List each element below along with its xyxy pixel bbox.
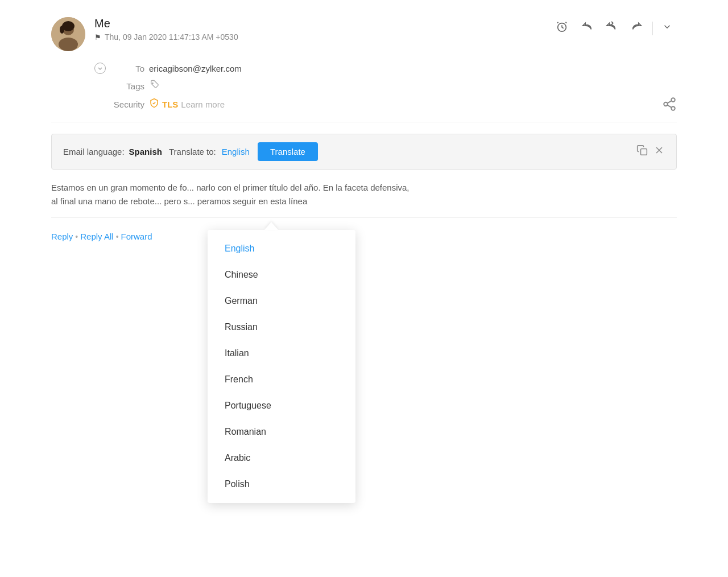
to-label: To [110, 64, 144, 73]
svg-rect-10 [641, 149, 647, 155]
svg-point-8 [664, 102, 668, 106]
reply-all-icon [606, 20, 618, 36]
svg-point-7 [671, 98, 675, 102]
sender-details: Me ⚑ Thu, 09 Jan 2020 11:47:13 AM +0530 [94, 17, 238, 42]
alarm-button[interactable] [551, 17, 573, 39]
security-label: Security [110, 100, 144, 109]
learn-more-link[interactable]: Learn more [181, 100, 225, 109]
separator-dot-2: • [116, 232, 119, 241]
reply-row: Reply • Reply All • Forward [51, 227, 677, 246]
header-divider [51, 122, 677, 122]
expand-button[interactable] [94, 63, 106, 74]
tag-icon [149, 80, 159, 92]
more-button[interactable] [657, 18, 677, 38]
language-option-de[interactable]: German [208, 288, 355, 314]
forward-link[interactable]: Forward [121, 232, 152, 241]
flag-icon: ⚑ [94, 33, 101, 42]
language-option-fr[interactable]: French [208, 366, 355, 393]
sender-info: Me ⚑ Thu, 09 Jan 2020 11:47:13 AM +0530 [51, 17, 238, 51]
alarm-icon [556, 20, 568, 36]
language-option-zh[interactable]: Chinese [208, 262, 355, 288]
email-header: Me ⚑ Thu, 09 Jan 2020 11:47:13 AM +0530 [51, 17, 677, 51]
email-body: Estamos en un gran momento de fo... narl… [51, 170, 677, 218]
shield-icon [149, 98, 159, 110]
email-language-label: Email language: [63, 147, 125, 156]
language-option-en[interactable]: English [208, 236, 355, 262]
language-option-it[interactable]: Italian [208, 340, 355, 366]
translate-button[interactable]: Translate [258, 142, 318, 161]
reply-all-button[interactable] [601, 17, 623, 39]
tags-row: Tags [94, 80, 677, 92]
email-body-text-2: al final una mano de rebote... pero s...… [51, 195, 677, 208]
separator-dot-1: • [75, 232, 78, 241]
language-option-pl[interactable]: Polish [208, 471, 355, 497]
svg-point-6 [152, 83, 154, 84]
target-language-selector[interactable]: English [222, 147, 250, 156]
language-dropdown[interactable]: EnglishChineseGermanRussianItalianFrench… [208, 222, 355, 503]
tls-badge: TLS Learn more [149, 98, 225, 110]
sender-name: Me [94, 17, 238, 30]
chevron-down-icon [662, 22, 672, 35]
meta-rows: To ericagibson@zylker.com Tags Security [94, 63, 677, 110]
email-toolbar [551, 17, 677, 39]
to-address: ericagibson@zylker.com [149, 64, 242, 73]
reply-link[interactable]: Reply [51, 232, 73, 241]
tags-label: Tags [110, 81, 144, 91]
copy-button[interactable] [636, 145, 648, 159]
svg-point-9 [671, 106, 675, 110]
tls-text: TLS [162, 100, 178, 109]
forward-icon [631, 20, 643, 36]
source-language: Spanish [129, 147, 162, 156]
dropdown-menu: EnglishChineseGermanRussianItalianFrench… [208, 230, 355, 503]
reply-button[interactable] [576, 17, 598, 39]
language-option-ru[interactable]: Russian [208, 314, 355, 340]
svg-point-2 [59, 38, 78, 51]
dropdown-caret [264, 222, 278, 230]
to-row: To ericagibson@zylker.com [94, 63, 677, 74]
forward-button[interactable] [626, 17, 648, 39]
sender-date: ⚑ Thu, 09 Jan 2020 11:47:13 AM +0530 [94, 32, 238, 42]
language-option-ar[interactable]: Arabic [208, 445, 355, 471]
security-row: Security TLS Learn more [94, 98, 677, 110]
avatar [51, 17, 85, 51]
svg-point-4 [60, 26, 64, 34]
reply-icon [581, 20, 593, 36]
toolbar-divider [652, 22, 653, 35]
translate-to-label: Translate to: [169, 147, 216, 156]
translation-bar-actions [636, 145, 665, 159]
language-option-ro[interactable]: Romanian [208, 419, 355, 445]
share-button[interactable] [662, 97, 677, 114]
reply-all-link[interactable]: Reply All [80, 232, 113, 241]
translation-bar: Email language: Spanish Translate to: En… [51, 134, 677, 170]
close-translation-bar-button[interactable] [653, 145, 665, 159]
language-option-pt[interactable]: Portuguese [208, 393, 355, 419]
email-body-text: Estamos en un gran momento de fo... narl… [51, 181, 677, 195]
